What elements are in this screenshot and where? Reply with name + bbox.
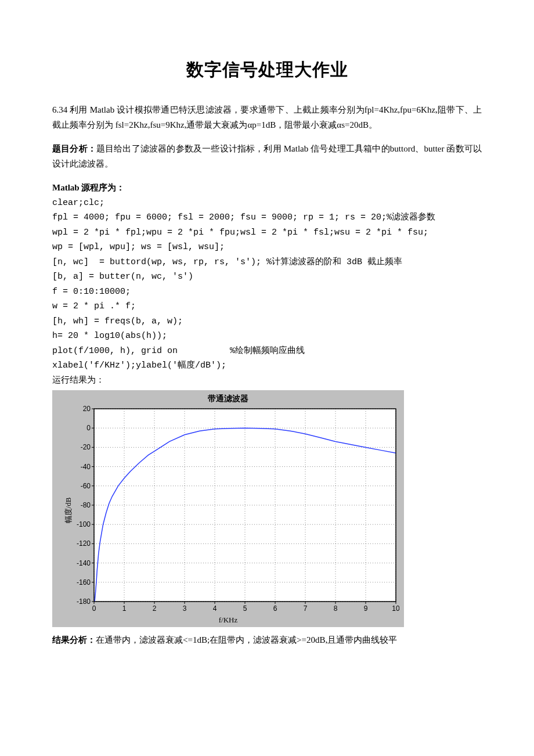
svg-text:8: 8 — [334, 604, 338, 613]
svg-text:0: 0 — [92, 604, 96, 613]
result-paragraph: 结果分析：在通带内，滤波器衰减<=1dB;在阻带内，滤波器衰减>=20dB,且通… — [52, 633, 482, 648]
svg-text:-80: -80 — [81, 501, 91, 509]
analysis-paragraph: 题目分析：题目给出了滤波器的参数及一些设计指标，利用 Matlab 信号处理工具… — [52, 142, 482, 171]
chart-ylabel-cell: 幅度/dB — [56, 505, 68, 516]
svg-text:2: 2 — [153, 604, 157, 613]
problem-statement: 6.34 利用 Matlab 设计模拟带通巴特沃思滤波器，要求通带下、上截止频率… — [52, 103, 482, 132]
chart-ylabel: 幅度/dB — [63, 497, 74, 523]
svg-text:-60: -60 — [81, 482, 91, 490]
analysis-text: 题目给出了滤波器的参数及一些设计指标，利用 Matlab 信号处理工具箱中的bu… — [52, 144, 482, 168]
chart-xlabel: f/KHz — [56, 614, 400, 625]
svg-text:-20: -20 — [81, 443, 91, 451]
code-block: clear;clc; fpl = 4000; fpu = 6000; fsl =… — [52, 196, 482, 388]
svg-text:-40: -40 — [81, 463, 91, 471]
chart-svg: 012345678910200-20-40-60-80-100-120-140-… — [68, 405, 399, 614]
svg-text:4: 4 — [213, 604, 217, 613]
document-title: 数字信号处理大作业 — [52, 58, 482, 82]
svg-text:-180: -180 — [77, 597, 91, 606]
source-label: Matlab 源程序为： — [52, 181, 482, 196]
result-text: 在通带内，滤波器衰减<=1dB;在阻带内，滤波器衰减>=20dB,且通带内曲线较… — [96, 635, 397, 645]
svg-text:-160: -160 — [77, 578, 91, 586]
svg-text:-140: -140 — [77, 559, 91, 567]
svg-text:7: 7 — [304, 604, 308, 613]
svg-text:-120: -120 — [77, 539, 91, 548]
chart-figure: 带通滤波器 幅度/dB 012345678910200-20-40-60-80-… — [52, 390, 404, 627]
svg-text:3: 3 — [183, 604, 187, 613]
result-label: 结果分析： — [52, 635, 96, 645]
analysis-label: 题目分析： — [52, 144, 96, 153]
svg-text:-100: -100 — [77, 520, 91, 528]
svg-text:6: 6 — [273, 604, 277, 613]
chart-plot-area: 012345678910200-20-40-60-80-100-120-140-… — [68, 405, 399, 614]
svg-text:1: 1 — [122, 604, 127, 613]
svg-text:10: 10 — [392, 604, 399, 613]
svg-text:5: 5 — [243, 604, 247, 613]
svg-text:0: 0 — [86, 424, 91, 432]
page: 数字信号处理大作业 6.34 利用 Matlab 设计模拟带通巴特沃思滤波器，要… — [0, 0, 534, 692]
svg-text:9: 9 — [364, 604, 368, 613]
chart-title: 带通滤波器 — [56, 393, 400, 405]
svg-text:20: 20 — [83, 405, 91, 413]
